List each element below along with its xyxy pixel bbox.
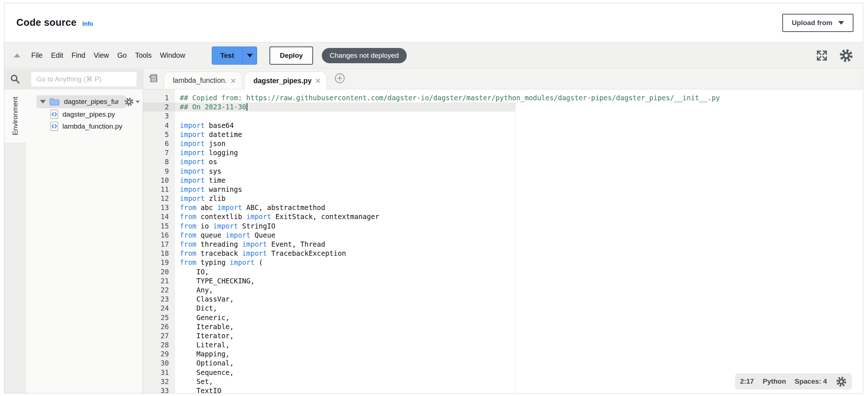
code-line-15[interactable]: 15from io import StringIO	[143, 222, 863, 231]
code-line-26[interactable]: 26 Iterable,	[143, 322, 863, 331]
test-split-button[interactable]: Test	[212, 47, 257, 65]
menu-item-file[interactable]: File	[31, 51, 42, 60]
code-line-24[interactable]: 24 Dict,	[143, 304, 863, 313]
folder-name: dagster_pipes_funct	[64, 98, 118, 106]
line-number: 15	[143, 222, 175, 231]
code-line-13[interactable]: 13from abc import ABC, abstractmethod	[143, 203, 863, 212]
code-line-7[interactable]: 7import logging	[143, 148, 863, 157]
line-number: 28	[143, 340, 175, 349]
line-content: TextIO	[175, 386, 221, 393]
line-content: from typing import (	[175, 258, 263, 267]
chevron-down-icon	[135, 101, 140, 103]
test-dropdown-button[interactable]	[242, 47, 257, 64]
line-number: 20	[143, 267, 175, 276]
file-tree-panel: dagster_pipes_funct dagster_pipes.py lam…	[26, 69, 143, 393]
code-line-1[interactable]: 1## Copied from: https://raw.githubuserc…	[143, 93, 863, 102]
code-line-9[interactable]: 9import sys	[143, 167, 863, 176]
code-line-22[interactable]: 22 Any,	[143, 286, 863, 295]
line-number: 9	[143, 167, 175, 176]
menu-item-find[interactable]: Find	[72, 51, 85, 60]
code-line-4[interactable]: 4import base64	[143, 121, 863, 130]
tab-close-icon[interactable]: ×	[315, 77, 321, 84]
code-line-18[interactable]: 18from traceback import TracebackExcepti…	[143, 249, 863, 258]
page-title: Code source	[16, 17, 77, 28]
code-line-19[interactable]: 19from typing import (	[143, 258, 863, 267]
upload-from-button[interactable]: Upload from	[782, 14, 853, 32]
line-number: 24	[143, 304, 175, 313]
statusbar-gear-icon[interactable]	[836, 376, 847, 387]
code-line-27[interactable]: 27 Iterator,	[143, 331, 863, 340]
tab-list-icon[interactable]	[147, 73, 159, 85]
code-line-10[interactable]: 10import time	[143, 176, 863, 185]
menu-item-edit[interactable]: Edit	[51, 51, 63, 60]
folder-disclosure-icon[interactable]	[40, 100, 46, 104]
line-number: 14	[143, 212, 175, 221]
editor-tabbar: lambda_function.×dagster_pipes.py×	[143, 69, 863, 89]
tree-folder-row[interactable]: dagster_pipes_funct	[26, 95, 143, 108]
line-number: 12	[143, 194, 175, 203]
line-number: 27	[143, 331, 175, 340]
sidebar-tab-environment[interactable]: Environment	[4, 89, 26, 142]
code-line-23[interactable]: 23 ClassVar,	[143, 295, 863, 304]
line-number: 25	[143, 313, 175, 322]
menu-item-window[interactable]: Window	[160, 51, 185, 60]
collapse-panel-icon[interactable]	[14, 53, 20, 57]
line-content: from contextlib import ExitStack, contex…	[175, 212, 379, 221]
menu-item-tools[interactable]: Tools	[135, 51, 152, 60]
tree-settings-gear-icon[interactable]	[124, 97, 140, 107]
line-content: import sys	[175, 167, 221, 176]
tab-close-icon[interactable]: ×	[231, 77, 236, 84]
line-content: Generic,	[175, 313, 230, 322]
indentation-setting[interactable]: Spaces: 4	[795, 377, 827, 385]
code-line-17[interactable]: 17from threading import Event, Thread	[143, 240, 863, 249]
code-line-8[interactable]: 8import os	[143, 157, 863, 166]
menu-item-view[interactable]: View	[94, 51, 109, 60]
code-line-14[interactable]: 14from contextlib import ExitStack, cont…	[143, 212, 863, 221]
new-tab-icon[interactable]	[334, 73, 345, 85]
deploy-button[interactable]: Deploy	[269, 47, 313, 65]
code-line-20[interactable]: 20 IO,	[143, 267, 863, 276]
code-line-30[interactable]: 30 Optional,	[143, 359, 863, 368]
line-content: Iterator,	[175, 331, 234, 340]
line-content: from traceback import TracebackException	[175, 249, 346, 258]
code-line-6[interactable]: 6import json	[143, 139, 863, 148]
code-line-21[interactable]: 21 TYPE_CHECKING,	[143, 276, 863, 286]
chevron-down-icon	[838, 21, 844, 25]
line-content: from io import StringIO	[175, 222, 275, 231]
line-number: 8	[143, 157, 175, 166]
code-line-12[interactable]: 12import zlib	[143, 194, 863, 203]
line-number: 33	[143, 386, 175, 393]
line-number: 32	[143, 377, 175, 386]
editor-menubar: FileEditFindViewGoToolsWindow Test Deplo…	[4, 43, 863, 69]
code-editor[interactable]: 1## Copied from: https://raw.githubuserc…	[143, 89, 863, 393]
code-line-29[interactable]: 29 Mapping,	[143, 349, 863, 359]
code-line-16[interactable]: 16from queue import Queue	[143, 231, 863, 240]
editor-tab-dagster_pipes-py[interactable]: dagster_pipes.py×	[244, 72, 327, 89]
fullscreen-icon[interactable]	[816, 49, 828, 62]
code-line-2[interactable]: 2## On 2023-11-30	[143, 102, 863, 112]
line-content: from abc import ABC, abstractmethod	[175, 203, 325, 212]
language-mode[interactable]: Python	[763, 377, 786, 385]
code-line-25[interactable]: 25 Generic,	[143, 313, 863, 322]
line-content: IO,	[175, 267, 209, 276]
code-line-5[interactable]: 5import datetime	[143, 130, 863, 139]
goto-anything-input[interactable]	[31, 72, 137, 86]
line-number: 22	[143, 286, 175, 295]
cursor-position[interactable]: 2:17	[740, 377, 754, 385]
editor-tab-lambda_function[interactable]: lambda_function.×	[164, 72, 242, 89]
panel-header: Code source Info Upload from	[4, 3, 863, 43]
tab-list: lambda_function.×dagster_pipes.py×	[164, 72, 329, 89]
info-link[interactable]: Info	[82, 21, 93, 27]
settings-gear-icon[interactable]	[839, 48, 853, 63]
line-number: 7	[143, 148, 175, 157]
tree-file-lambda_function-py[interactable]: lambda_function.py	[26, 120, 143, 132]
test-button[interactable]: Test	[212, 47, 243, 64]
menu-items: FileEditFindViewGoToolsWindow	[31, 51, 194, 60]
line-number: 4	[143, 121, 175, 130]
status-badge: Changes not deployed	[322, 48, 407, 63]
menu-item-go[interactable]: Go	[117, 51, 127, 60]
code-line-11[interactable]: 11import warnings	[143, 185, 863, 194]
code-line-28[interactable]: 28 Literal,	[143, 340, 863, 349]
code-line-3[interactable]: 3	[143, 112, 863, 121]
tree-file-dagster_pipes-py[interactable]: dagster_pipes.py	[26, 108, 143, 120]
